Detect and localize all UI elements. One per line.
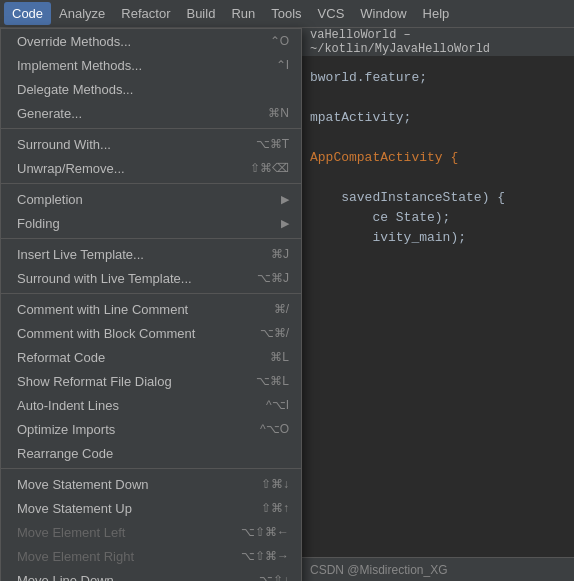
- separator-5: [1, 468, 301, 469]
- completion-arrow-icon: ▶: [281, 193, 289, 206]
- menu-item-comment-line[interactable]: Comment with Line Comment ⌘/: [1, 297, 301, 321]
- code-line-4: [310, 128, 566, 148]
- menu-item-reformat-code[interactable]: Reformat Code ⌘L: [1, 345, 301, 369]
- menu-item-optimize-imports[interactable]: Optimize Imports ^⌥O: [1, 417, 301, 441]
- code-editor: vaHelloWorld – ~/kotlin/MyJavaHelloWorld…: [302, 28, 574, 581]
- code-menu-dropdown: Override Methods... ⌃O Implement Methods…: [0, 28, 302, 581]
- menu-item-unwrap-remove[interactable]: Unwrap/Remove... ⇧⌘⌫: [1, 156, 301, 180]
- menubar-item-refactor[interactable]: Refactor: [113, 2, 178, 25]
- separator-1: [1, 128, 301, 129]
- code-line-3: mpatActivity;: [310, 108, 566, 128]
- statusbar-text: CSDN @Misdirection_XG: [310, 563, 448, 577]
- menubar-item-window[interactable]: Window: [352, 2, 414, 25]
- separator-3: [1, 238, 301, 239]
- menu-item-rearrange-code[interactable]: Rearrange Code: [1, 441, 301, 465]
- separator-2: [1, 183, 301, 184]
- code-line-2: [310, 88, 566, 108]
- menu-item-show-reformat-dialog[interactable]: Show Reformat File Dialog ⌥⌘L: [1, 369, 301, 393]
- menubar-item-help[interactable]: Help: [415, 2, 458, 25]
- separator-4: [1, 293, 301, 294]
- menu-item-delegate-methods[interactable]: Delegate Methods...: [1, 77, 301, 101]
- code-line-6: [310, 168, 566, 188]
- menu-item-move-element-right: Move Element Right ⌥⇧⌘→: [1, 544, 301, 568]
- menubar: Code Analyze Refactor Build Run Tools VC…: [0, 0, 574, 28]
- menu-item-surround-live-template[interactable]: Surround with Live Template... ⌥⌘J: [1, 266, 301, 290]
- menu-item-move-element-left: Move Element Left ⌥⇧⌘←: [1, 520, 301, 544]
- folding-arrow-icon: ▶: [281, 217, 289, 230]
- menu-item-completion[interactable]: Completion ▶: [1, 187, 301, 211]
- menu-item-generate[interactable]: Generate... ⌘N: [1, 101, 301, 125]
- menubar-item-build[interactable]: Build: [178, 2, 223, 25]
- code-line-8: ce State);: [310, 208, 566, 228]
- menu-item-move-statement-up[interactable]: Move Statement Up ⇧⌘↑: [1, 496, 301, 520]
- statusbar: CSDN @Misdirection_XG: [302, 557, 574, 581]
- menubar-item-run[interactable]: Run: [223, 2, 263, 25]
- menubar-item-code[interactable]: Code: [4, 2, 51, 25]
- menubar-item-vcs[interactable]: VCS: [310, 2, 353, 25]
- menubar-item-tools[interactable]: Tools: [263, 2, 309, 25]
- menu-item-implement-methods[interactable]: Implement Methods... ⌃I: [1, 53, 301, 77]
- menu-item-move-statement-down[interactable]: Move Statement Down ⇧⌘↓: [1, 472, 301, 496]
- menu-item-folding[interactable]: Folding ▶: [1, 211, 301, 235]
- code-line-5: AppCompatActivity {: [310, 148, 566, 168]
- menu-item-auto-indent[interactable]: Auto-Indent Lines ^⌥I: [1, 393, 301, 417]
- code-line-7: savedInstanceState) {: [310, 188, 566, 208]
- editor-title: vaHelloWorld – ~/kotlin/MyJavaHelloWorld: [302, 28, 574, 56]
- menu-item-comment-block[interactable]: Comment with Block Comment ⌥⌘/: [1, 321, 301, 345]
- menu-item-insert-live-template[interactable]: Insert Live Template... ⌘J: [1, 242, 301, 266]
- code-line-1: bworld.feature;: [310, 68, 566, 88]
- menu-item-surround-with[interactable]: Surround With... ⌥⌘T: [1, 132, 301, 156]
- menu-item-override-methods[interactable]: Override Methods... ⌃O: [1, 29, 301, 53]
- menubar-item-analyze[interactable]: Analyze: [51, 2, 113, 25]
- code-line-9: ivity_main);: [310, 228, 566, 248]
- menu-item-move-line-down[interactable]: Move Line Down ⌥⇧↓: [1, 568, 301, 581]
